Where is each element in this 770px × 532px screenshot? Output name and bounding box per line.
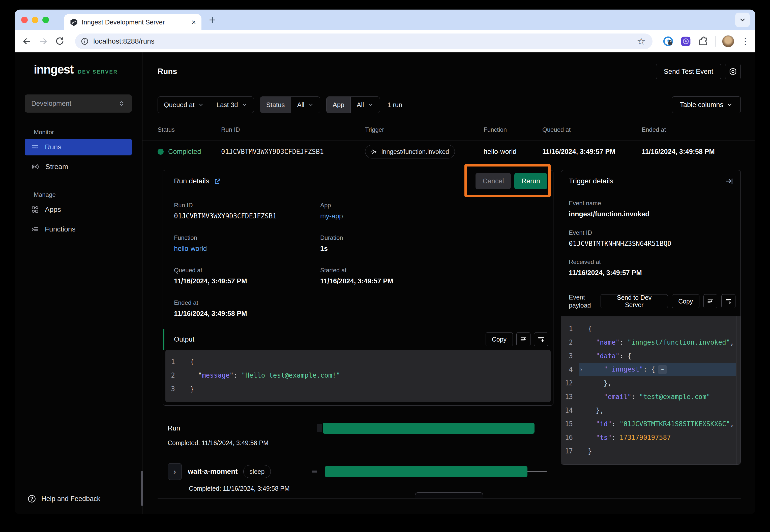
run-function-cell: hello-world (483, 148, 542, 156)
timeline-step-bar[interactable] (325, 466, 527, 477)
chevron-up-down-icon (118, 100, 125, 107)
time-field-select[interactable]: Queued at (158, 97, 210, 113)
run-details-fields: Run ID 01JCVBTMV3WXY9D3CFDEJFZSB1App my-… (163, 192, 553, 329)
sidebar-item-functions[interactable]: Functions (25, 221, 132, 238)
code-text: "email": "test@example.com" (588, 393, 710, 401)
token-plain: } (588, 447, 592, 455)
fold-chevron-icon[interactable]: › (580, 366, 588, 373)
scroll-to-bottom-icon[interactable] (534, 332, 548, 346)
back-icon[interactable] (22, 36, 32, 46)
open-external-link-icon[interactable] (214, 177, 222, 185)
filter-bar: Queued at Last 3d Status All (157, 91, 741, 119)
result-count: 1 run (388, 101, 402, 109)
bookmark-star-icon[interactable]: ☆ (637, 37, 646, 46)
tab-search-chevron-button[interactable] (735, 13, 750, 27)
output-code-block[interactable]: 1{2 "message": "Hello test@example.com!"… (165, 350, 551, 402)
extensions-puzzle-icon[interactable] (698, 36, 709, 47)
collapse-panel-icon[interactable] (725, 177, 733, 185)
timeline-run-bar[interactable] (323, 423, 534, 434)
payload-scroll-to-bottom-icon[interactable] (721, 294, 735, 308)
timeline-step-tail-line (527, 471, 546, 472)
profile-avatar[interactable] (722, 35, 734, 47)
output-copy-button[interactable]: Copy (486, 332, 513, 346)
field-value[interactable]: hello-world (174, 245, 320, 253)
column-header-queued-at: Queued at (542, 126, 642, 133)
code-line-1: 1{ (165, 355, 551, 369)
purple-extension-icon[interactable] (680, 36, 691, 47)
sidebar-item-stream[interactable]: Stream (25, 158, 132, 175)
collapsed-content-dots[interactable]: ⋯ (658, 365, 667, 374)
payload-copy-button[interactable]: Copy (672, 294, 699, 308)
minimize-window-button[interactable] (32, 17, 38, 23)
run-details-column: Run details Cancel Rerun (162, 170, 553, 492)
time-range-select[interactable]: Last 3d (210, 97, 254, 113)
send-to-dev-server-button[interactable]: Send to Dev Server (601, 294, 668, 308)
token-plain: : (631, 393, 639, 401)
trigger-event-name: inngest/function.invoked (381, 148, 449, 155)
line-number: 3 (165, 385, 181, 393)
new-tab-button[interactable]: + (209, 14, 216, 25)
run-ended-time: 11/16/2024, 3:49:58 PM (642, 148, 715, 155)
browser-menu-icon[interactable]: ⋮ (741, 39, 748, 44)
token-plain: }, (588, 407, 604, 414)
field-value[interactable]: my-app (320, 212, 542, 220)
app-filter[interactable]: App All (326, 96, 380, 113)
sidebar-item-runs[interactable]: Runs (25, 139, 132, 155)
line-number: 15 (561, 420, 580, 428)
field-value: 11/16/2024, 3:49:57 PM (174, 277, 320, 285)
timeline-step-row[interactable]: › wait-a-moment sleep (168, 463, 551, 480)
time-filter[interactable]: Queued at Last 3d (157, 96, 254, 113)
word-wrap-icon[interactable] (516, 332, 530, 346)
status-filter[interactable]: Status All (260, 96, 321, 113)
environment-selector[interactable]: Development (25, 94, 132, 113)
status-filter-value[interactable]: All (291, 97, 320, 113)
code-text: "_inngest": {⋯ (588, 365, 667, 374)
sidebar-item-label: Runs (45, 143, 61, 151)
send-test-event-button[interactable]: Send Test Event (656, 64, 721, 79)
timeline-zoom-button-clipped[interactable] (415, 492, 483, 498)
table-columns-button[interactable]: Table columns (672, 96, 741, 113)
code-line-4[interactable]: 4› "_inngest": {⋯ (561, 363, 741, 376)
fullscreen-window-button[interactable] (42, 17, 49, 23)
token-plain: : (612, 420, 620, 428)
code-line-2: 2 "message": "Hello test@example.com!" (165, 369, 551, 382)
run-table-row[interactable]: Completed 01JCVBTMV3WXY9D3CFDEJFZSB1 inn… (157, 141, 741, 162)
forward-icon[interactable] (38, 36, 48, 46)
code-line-15: 15 "id": "01JCVBTMTKR41S8STTKEXSKX6C", (561, 417, 741, 431)
settings-gear-button[interactable] (725, 64, 741, 79)
run-details-header: Run details Cancel Rerun (163, 170, 553, 192)
code-line-14: 14 }, (561, 404, 741, 417)
step-expander-chevron-icon[interactable]: › (168, 463, 182, 480)
cancel-button[interactable]: Cancel (475, 173, 511, 189)
output-header: Output Copy (163, 329, 553, 350)
close-window-button[interactable] (21, 17, 28, 23)
sidebar-item-label: Functions (45, 225, 75, 233)
event-payload-title: Event payload (569, 293, 597, 310)
field-label: Started at (320, 267, 542, 274)
url-text[interactable]: localhost:8288/runs (93, 37, 637, 45)
tab-close-icon[interactable]: × (191, 18, 196, 26)
timeline-run-row[interactable]: Run (168, 422, 551, 434)
run-status-cell: Completed (157, 148, 221, 156)
app-filter-value[interactable]: All (351, 97, 380, 113)
help-and-feedback[interactable]: Help and Feedback (25, 494, 132, 503)
trigger-details-fields: Event name inngest/function.invokedEvent… (561, 192, 741, 286)
detail-field-function: Function hello-world (174, 234, 320, 253)
browser-tab[interactable]: Inngest Development Server × (64, 14, 202, 30)
sidebar-item-apps[interactable]: Apps (25, 201, 132, 218)
code-line-12: 12 }, (561, 376, 741, 390)
code-text: "ts": 1731790197587 (588, 434, 671, 441)
trigger-event-pill[interactable]: inngest/function.invoked (365, 145, 455, 158)
detail-field-ended-at: Ended at 11/16/2024, 3:49:58 PM (174, 299, 320, 318)
rerun-button[interactable]: Rerun (514, 173, 547, 189)
payload-word-wrap-icon[interactable] (703, 294, 718, 308)
address-bar[interactable]: localhost:8288/runs ☆ (75, 34, 653, 49)
password-manager-extension-icon[interactable] (663, 36, 674, 47)
event-payload-code-block[interactable]: 1{2 "name": "inngest/function.invoked",3… (561, 316, 741, 464)
browser-toolbar: localhost:8288/runs ☆ ⋮ (15, 30, 755, 52)
reload-icon[interactable] (55, 36, 65, 46)
site-info-icon[interactable] (81, 37, 89, 45)
timeline-run-label: Run (168, 424, 180, 432)
sidebar-item-label: Stream (45, 163, 68, 171)
code-text: { (190, 358, 194, 365)
